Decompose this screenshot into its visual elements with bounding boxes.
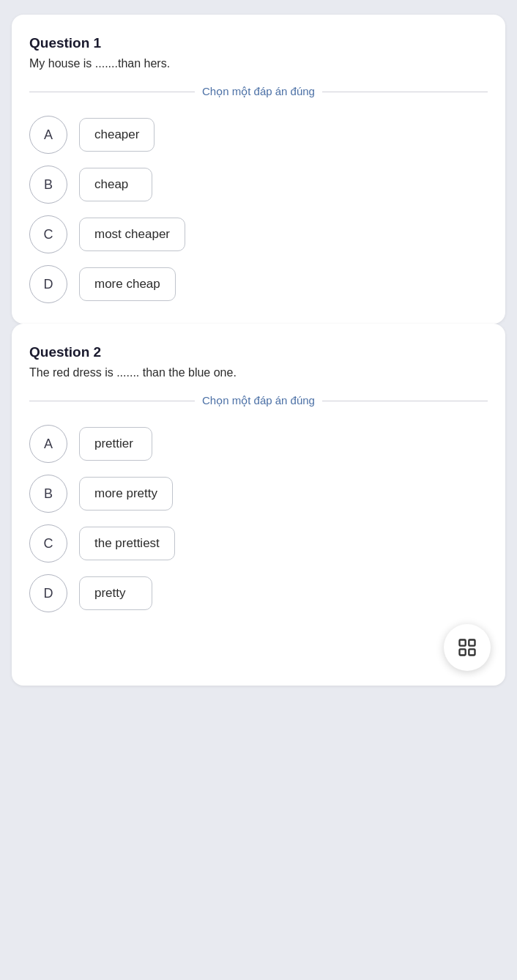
option-circle-1-C[interactable]: C — [29, 215, 67, 253]
option-row-1-A: Acheaper — [29, 116, 488, 154]
divider-line-left — [29, 401, 195, 401]
svg-rect-2 — [460, 649, 466, 655]
option-box-2-B[interactable]: more pretty — [79, 477, 173, 511]
option-circle-1-B[interactable]: B — [29, 166, 67, 204]
svg-rect-1 — [469, 640, 475, 646]
question-label-2: Question 2 — [29, 344, 488, 360]
question-text-2: The red dress is ....... than the blue o… — [29, 366, 488, 379]
svg-rect-3 — [469, 649, 475, 655]
divider-label-2: Chọn một đáp án đúng — [202, 394, 315, 407]
option-box-1-D[interactable]: more cheap — [79, 267, 176, 301]
option-circle-1-A[interactable]: A — [29, 116, 67, 154]
option-row-2-A: Aprettier — [29, 425, 488, 463]
option-box-2-C[interactable]: the prettiest — [79, 527, 175, 560]
option-circle-1-D[interactable]: D — [29, 265, 67, 303]
grid-menu-button[interactable] — [444, 624, 491, 671]
divider-row-2: Chọn một đáp án đúng — [29, 394, 488, 407]
question-card-2: Question 2The red dress is ....... than … — [12, 324, 505, 686]
divider-line-right — [322, 401, 488, 401]
option-box-1-B[interactable]: cheap — [79, 168, 152, 201]
option-box-1-A[interactable]: cheaper — [79, 118, 155, 152]
question-text-1: My house is .......than hers. — [29, 57, 488, 70]
options-list-2: AprettierBmore prettyCthe prettiestDpret… — [29, 425, 488, 612]
divider-line-left — [29, 92, 195, 92]
option-box-1-C[interactable]: most cheaper — [79, 218, 185, 251]
divider-line-right — [322, 92, 488, 92]
option-circle-2-C[interactable]: C — [29, 524, 67, 563]
option-row-2-D: Dpretty — [29, 574, 488, 612]
grid-icon — [457, 637, 477, 658]
question-card-1: Question 1My house is .......than hers.C… — [12, 15, 505, 324]
divider-row-1: Chọn một đáp án đúng — [29, 85, 488, 98]
option-row-1-D: Dmore cheap — [29, 265, 488, 303]
option-row-1-B: Bcheap — [29, 166, 488, 204]
option-box-2-A[interactable]: prettier — [79, 427, 152, 461]
option-row-2-B: Bmore pretty — [29, 475, 488, 513]
svg-rect-0 — [460, 640, 466, 646]
options-list-1: AcheaperBcheapCmost cheaperDmore cheap — [29, 116, 488, 303]
option-row-2-C: Cthe prettiest — [29, 524, 488, 563]
option-circle-2-B[interactable]: B — [29, 475, 67, 513]
option-circle-2-D[interactable]: D — [29, 574, 67, 612]
option-box-2-D[interactable]: pretty — [79, 576, 152, 610]
question-label-1: Question 1 — [29, 35, 488, 51]
option-row-1-C: Cmost cheaper — [29, 215, 488, 253]
option-circle-2-A[interactable]: A — [29, 425, 67, 463]
divider-label-1: Chọn một đáp án đúng — [202, 85, 315, 98]
